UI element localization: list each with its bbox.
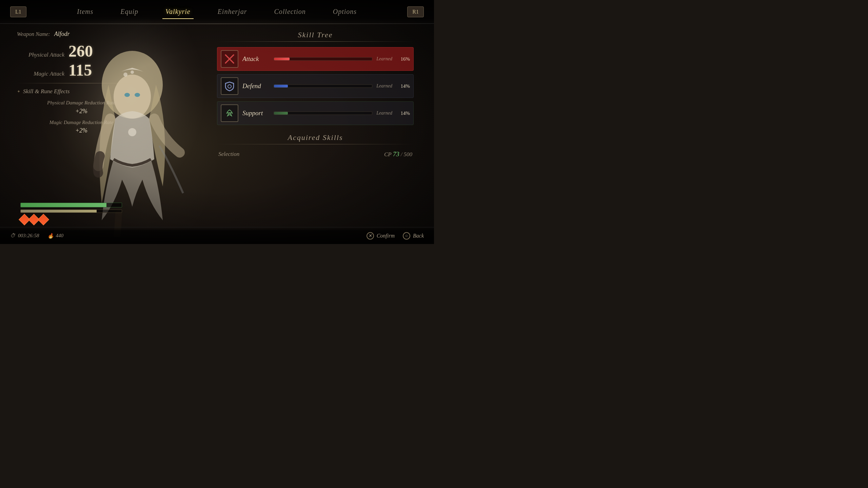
defend-skill-bar-container xyxy=(274,84,372,88)
character-bars xyxy=(20,203,122,224)
acquired-skills-section: Acquired Skills Selection CP 73 / 500 xyxy=(217,133,414,160)
support-skill-name: Support xyxy=(242,109,270,117)
skill-row-defend[interactable]: Defend Learned 14% xyxy=(217,74,414,98)
selection-label: Selection xyxy=(218,151,239,158)
weapon-name-label: Weapon Name: xyxy=(17,31,50,37)
attack-skill-bar-fill xyxy=(274,58,290,60)
weapon-name-value: Alfodr xyxy=(54,30,70,38)
bottom-right-actions: ✕ Confirm ○ Back xyxy=(367,232,424,240)
cp-max: 500 xyxy=(404,151,413,158)
confirm-action[interactable]: ✕ Confirm xyxy=(367,232,395,240)
cp-label: CP xyxy=(384,151,392,158)
effect-1: Physical Damage Reduction Rate +2% xyxy=(17,99,146,116)
effect-1-name: Physical Damage Reduction Rate xyxy=(17,99,146,107)
effect-2-name: Magic Damage Reduction Rate xyxy=(17,119,146,126)
cp-separator: / xyxy=(401,151,402,158)
attack-learned-label: Learned xyxy=(376,56,392,62)
stamina-bar-container xyxy=(20,209,122,213)
gold-value: 440 xyxy=(56,233,64,239)
navigation-bar: L1 Items Equip Valkyrie Einherjar Collec… xyxy=(0,0,434,24)
stamina-bar-fill xyxy=(21,210,97,212)
acquired-skills-title: Acquired Skills xyxy=(217,133,414,142)
cp-current: 73 xyxy=(393,150,399,158)
support-skill-percent: 14% xyxy=(396,110,410,116)
cp-display: CP 73 / 500 xyxy=(384,150,412,158)
tab-options[interactable]: Options xyxy=(319,5,370,18)
nav-divider xyxy=(0,24,434,24)
attack-icon-container xyxy=(221,50,238,68)
defend-skill-percent: 14% xyxy=(396,83,410,89)
left-panel: Weapon Name: Alfodr Physical Attack 260 … xyxy=(17,30,146,138)
magic-attack-label: Magic Attack xyxy=(17,70,64,77)
effect-2: Magic Damage Reduction Rate +2% xyxy=(17,119,146,136)
skills-section-label: Skill & Rune Effects xyxy=(23,88,70,95)
acquired-selection-row: Selection CP 73 / 500 xyxy=(217,148,414,160)
skill-tree-divider xyxy=(217,41,414,42)
time-display: ⏱ 003:26:58 xyxy=(10,233,39,239)
diamond-icons-row xyxy=(20,216,122,224)
back-icon: ○ xyxy=(403,232,410,240)
weapon-name-row: Weapon Name: Alfodr xyxy=(17,30,146,38)
support-learned-label: Learned xyxy=(376,110,392,116)
defend-icon-container xyxy=(221,77,238,95)
back-label: Back xyxy=(413,233,424,239)
defend-skill-bar-fill xyxy=(274,85,288,87)
attack-skill-name: Attack xyxy=(242,55,270,63)
tab-valkyrie[interactable]: Valkyrie xyxy=(152,5,204,18)
tab-equip[interactable]: Equip xyxy=(107,5,152,18)
skill-row-attack[interactable]: Attack Learned 16% xyxy=(217,47,414,71)
tab-items[interactable]: Items xyxy=(63,5,107,18)
time-icon: ⏱ xyxy=(10,233,15,239)
hp-bar-container xyxy=(20,203,122,207)
svg-point-10 xyxy=(228,85,231,88)
hp-bar-fill xyxy=(21,203,106,207)
stats-divider xyxy=(17,83,146,83)
skill-row-support[interactable]: Support Learned 14% xyxy=(217,101,414,125)
gold-icon: 🔥 xyxy=(47,233,54,239)
r1-button[interactable]: R1 xyxy=(407,6,424,17)
physical-attack-row: Physical Attack 260 xyxy=(17,43,146,59)
effect-1-value: +2% xyxy=(17,107,146,116)
confirm-label: Confirm xyxy=(377,233,395,239)
support-icon-container xyxy=(221,104,238,122)
support-skill-bar-container xyxy=(274,111,372,115)
physical-attack-label: Physical Attack xyxy=(17,52,64,58)
skills-section-header: ✦ Skill & Rune Effects xyxy=(17,88,146,95)
tab-collection[interactable]: Collection xyxy=(260,5,319,18)
magic-attack-row: Magic Attack 115 xyxy=(17,62,146,78)
back-action[interactable]: ○ Back xyxy=(403,232,424,240)
support-icon xyxy=(224,108,235,119)
bottom-left-info: ⏱ 003:26:58 🔥 440 xyxy=(10,233,63,239)
tab-einherjar[interactable]: Einherjar xyxy=(204,5,261,18)
confirm-icon: ✕ xyxy=(367,232,374,240)
attack-skill-percent: 16% xyxy=(396,56,410,62)
support-skill-bar-fill xyxy=(274,112,288,115)
diamond-icon-3 xyxy=(38,214,49,225)
attack-icon xyxy=(224,54,235,64)
bottom-bar: ⏱ 003:26:58 🔥 440 ✕ Confirm ○ Back xyxy=(0,227,434,244)
attack-skill-bar-container xyxy=(274,57,372,61)
defend-learned-label: Learned xyxy=(376,83,392,89)
defend-skill-name: Defend xyxy=(242,82,270,90)
gold-display: 🔥 440 xyxy=(47,233,64,239)
skill-tree-title: Skill Tree xyxy=(217,30,414,39)
nav-tabs-container: Items Equip Valkyrie Einherjar Collectio… xyxy=(26,5,408,18)
time-value: 003:26:58 xyxy=(18,233,39,239)
right-panel: Skill Tree Attack Learned 16% Defend Lea… xyxy=(217,30,414,160)
acquired-divider xyxy=(217,144,414,144)
section-deco-left: ✦ xyxy=(17,89,20,94)
magic-attack-value: 115 xyxy=(68,62,92,78)
l1-button[interactable]: L1 xyxy=(10,6,26,17)
physical-attack-value: 260 xyxy=(68,43,93,59)
effect-2-value: +2% xyxy=(17,126,146,135)
defend-icon xyxy=(224,81,235,92)
